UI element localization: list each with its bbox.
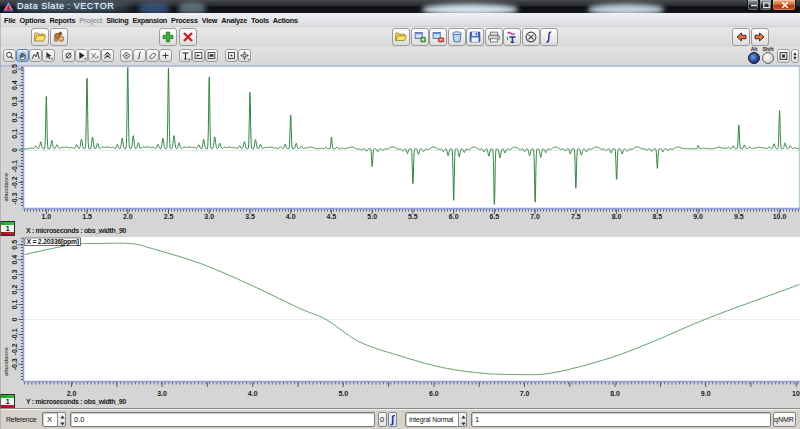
svg-text:0: 0 (11, 148, 18, 152)
svg-text:0.4: 0.4 (11, 80, 18, 90)
svg-text:0.3: 0.3 (11, 96, 18, 106)
svg-text:-0.1: -0.1 (11, 160, 18, 172)
svg-text:abundance: abundance (3, 347, 9, 376)
svg-text:0.5: 0.5 (11, 240, 18, 250)
svg-text:-0.1: -0.1 (11, 328, 18, 340)
svg-text:0.2: 0.2 (11, 285, 18, 295)
svg-text:X = 2.20336[ppm]: X = 2.20336[ppm] (26, 238, 79, 246)
svg-text:0: 0 (11, 317, 18, 321)
svg-text:-0.2: -0.2 (11, 343, 18, 355)
svg-text:0.1: 0.1 (11, 300, 18, 310)
svg-text:0.2: 0.2 (11, 113, 18, 123)
svg-text:0.3: 0.3 (11, 270, 18, 280)
svg-text:0.1: 0.1 (11, 129, 18, 139)
svg-text:0.4: 0.4 (11, 255, 18, 265)
svg-text:-0.3: -0.3 (11, 192, 18, 204)
svg-text:abundance: abundance (3, 173, 9, 202)
svg-text:-0.2: -0.2 (11, 176, 18, 188)
svg-text:0.5: 0.5 (11, 64, 18, 74)
svg-text:-0.3: -0.3 (11, 358, 18, 370)
